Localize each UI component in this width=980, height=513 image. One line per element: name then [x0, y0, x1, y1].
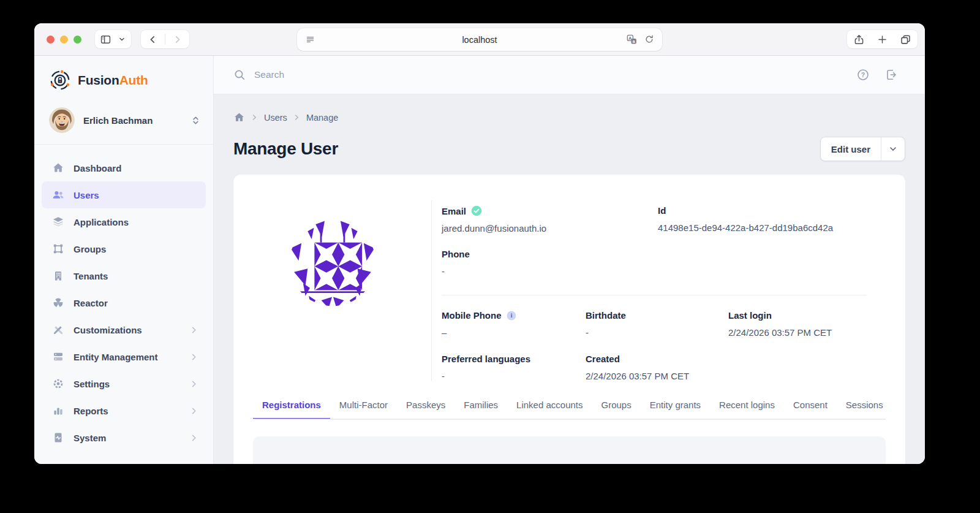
edit-user-button[interactable]: Edit user	[821, 137, 881, 161]
system-doc-icon	[52, 431, 64, 444]
page-title: Manage User	[233, 139, 338, 159]
zoom-window-button[interactable]	[74, 36, 81, 44]
browser-toolbar: localhost Aa	[34, 23, 925, 56]
birthdate-label: Birthdate	[586, 310, 626, 321]
user-identicon	[287, 218, 378, 381]
share-icon	[853, 34, 865, 45]
logout-button[interactable]	[884, 68, 898, 82]
sidebar-item-users[interactable]: Users	[42, 181, 206, 208]
brand-word-auth: Auth	[119, 73, 148, 87]
last-login-label: Last login	[728, 310, 772, 321]
sidebar-item-system[interactable]: System	[42, 424, 206, 451]
building-icon	[52, 270, 64, 282]
close-window-button[interactable]	[47, 36, 55, 44]
created-label: Created	[586, 354, 620, 364]
chevron-right-icon	[189, 379, 198, 389]
account-switcher[interactable]: Erlich Bachman	[49, 107, 201, 133]
home-icon	[52, 162, 64, 174]
sidebar: FusionAuth	[34, 56, 214, 464]
chevron-right-icon	[189, 352, 198, 362]
sidebar-item-reports[interactable]: Reports	[42, 397, 206, 424]
fusionauth-logo[interactable]: FusionAuth	[49, 69, 213, 91]
mobile-phone-label: Mobile Phone	[442, 310, 502, 321]
chevron-right-icon	[189, 406, 198, 416]
user-tabs: Registrations Multi-Factor Passkeys Fami…	[253, 400, 886, 420]
sidebar-item-label: Customizations	[74, 325, 142, 335]
gear-icon	[52, 378, 64, 390]
tab-passkeys[interactable]: Passkeys	[397, 400, 454, 420]
svg-text:?: ?	[861, 71, 865, 78]
id-label: Id	[658, 205, 666, 216]
url-text: localhost	[297, 35, 662, 45]
last-login-value: 2/24/2026 03:57 PM CET	[728, 327, 867, 338]
id-value: 41498e15-de94-422a-b427-dd19ba6cd42a	[658, 222, 867, 233]
preferred-languages-label: Preferred languages	[442, 354, 530, 364]
address-bar[interactable]: localhost Aa	[297, 28, 662, 51]
server-icon	[52, 351, 64, 363]
breadcrumb: Users Manage	[233, 112, 905, 123]
breadcrumb-home-icon[interactable]	[233, 112, 245, 123]
tab-multi-factor[interactable]: Multi-Factor	[330, 400, 397, 420]
user-fields: Email jared.dunn@fusionauth.io	[431, 200, 905, 381]
tab-families[interactable]: Families	[454, 400, 507, 420]
chevron-up-down-icon	[190, 115, 201, 126]
account-name: Erlich Bachman	[83, 115, 153, 126]
sidebar-item-label: Users	[74, 190, 99, 200]
breadcrumb-chevron-icon	[251, 113, 258, 121]
minimize-window-button[interactable]	[60, 36, 68, 44]
radiation-icon	[52, 297, 64, 309]
tab-consent[interactable]: Consent	[784, 400, 837, 420]
sidebar-options-button[interactable]	[116, 30, 131, 48]
help-button[interactable]: ?	[856, 68, 870, 82]
sidebar-item-entity-management[interactable]: Entity Management	[42, 343, 206, 370]
email-value: jared.dunn@fusionauth.io	[442, 223, 658, 234]
created-value: 2/24/2026 03:57 PM CET	[586, 371, 728, 381]
global-search[interactable]	[233, 69, 856, 81]
reload-icon[interactable]	[644, 34, 655, 45]
search-icon	[233, 69, 246, 81]
svg-text:a: a	[633, 39, 635, 44]
sidebar-item-label: System	[74, 433, 106, 443]
forward-button[interactable]	[165, 30, 189, 48]
tab-groups[interactable]: Groups	[592, 400, 641, 420]
sidebar-item-customizations[interactable]: Customizations	[42, 316, 206, 343]
translate-icon[interactable]: Aa	[626, 34, 638, 45]
share-button[interactable]	[847, 30, 871, 48]
tab-linked-accounts[interactable]: Linked accounts	[507, 400, 592, 420]
info-icon[interactable]: i	[507, 311, 516, 321]
bar-chart-icon	[52, 405, 64, 417]
frame-icon	[52, 243, 64, 255]
chevron-right-icon	[172, 34, 183, 45]
phone-label: Phone	[442, 249, 470, 259]
sidebar-item-tenants[interactable]: Tenants	[42, 262, 206, 289]
tab-panel-placeholder	[253, 436, 886, 464]
browser-sidebar-toggle-button[interactable]	[95, 30, 116, 48]
tab-registrations[interactable]: Registrations	[253, 400, 330, 420]
back-button[interactable]	[141, 30, 165, 48]
sidebar-item-reactor[interactable]: Reactor	[42, 289, 206, 316]
verified-check-icon	[471, 205, 482, 216]
new-tab-button[interactable]	[871, 30, 894, 48]
tabs-overview-icon	[900, 34, 911, 45]
brand-word-fusion: Fusion	[78, 73, 119, 87]
tab-recent-logins[interactable]: Recent logins	[710, 400, 784, 420]
chevron-down-icon	[118, 35, 126, 44]
sidebar-item-applications[interactable]: Applications	[42, 208, 206, 235]
breadcrumb-users[interactable]: Users	[264, 113, 287, 123]
page-content: Users Manage Manage User Edit user	[214, 94, 925, 464]
preferred-languages-value: -	[442, 371, 586, 381]
tab-sessions[interactable]: Sessions	[837, 400, 886, 420]
sidebar-item-settings[interactable]: Settings	[42, 370, 206, 397]
breadcrumb-manage: Manage	[306, 113, 338, 123]
sidebar-panel-icon	[100, 34, 111, 45]
edit-user-split-button: Edit user	[820, 137, 905, 161]
sidebar-item-groups[interactable]: Groups	[42, 235, 206, 262]
search-input[interactable]	[253, 69, 439, 81]
tab-entity-grants[interactable]: Entity grants	[641, 400, 710, 420]
edit-user-dropdown-button[interactable]	[881, 137, 905, 161]
tab-overview-button[interactable]	[894, 30, 918, 48]
sidebar-toggle-group	[95, 30, 131, 48]
layers-icon	[52, 216, 64, 228]
sidebar-item-label: Entity Management	[74, 352, 158, 362]
sidebar-item-dashboard[interactable]: Dashboard	[42, 154, 206, 181]
